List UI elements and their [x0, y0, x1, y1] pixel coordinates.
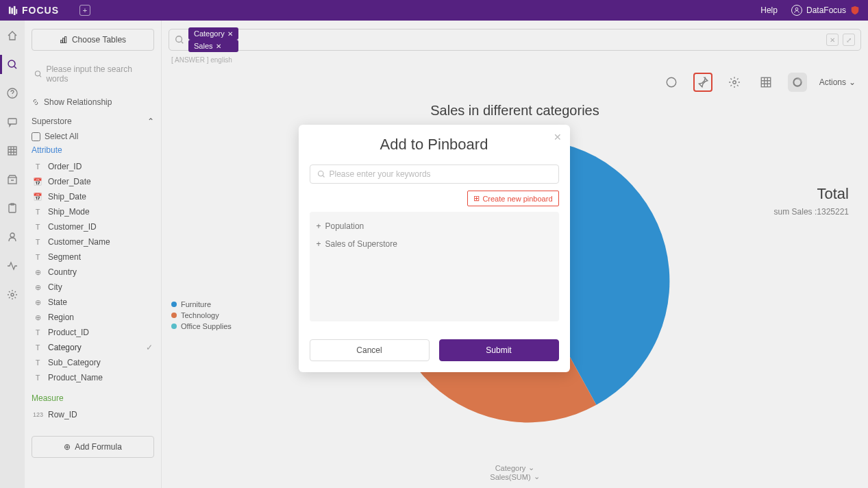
search-icon [175, 35, 184, 45]
show-relationship-link[interactable]: Show Relationship [32, 97, 154, 107]
chart-title: Sales in different categories [162, 103, 868, 119]
type-icon: 📅 [33, 193, 42, 202]
svg-rect-21 [761, 77, 771, 87]
choose-tables-button[interactable]: Choose Tables [32, 29, 154, 51]
modal-search[interactable]: Please enter your keywords [310, 164, 559, 184]
plus-icon: + [317, 221, 321, 231]
expand-query-button[interactable]: ⤢ [843, 34, 855, 46]
comment-icon[interactable] [662, 73, 681, 92]
pin-icon[interactable] [693, 73, 712, 92]
type-icon: T [33, 162, 42, 171]
choose-tables-label: Choose Tables [72, 35, 126, 45]
field-customer_id[interactable]: TCustomer_ID [32, 219, 154, 234]
field-order_id[interactable]: TOrder_ID [32, 159, 154, 174]
help-link[interactable]: Help [760, 5, 778, 15]
pinboard-list: +Population+Sales of Superstore [310, 212, 559, 321]
actions-dropdown[interactable]: Actions ⌄ [819, 77, 856, 87]
submit-button[interactable]: Submit [439, 339, 559, 361]
pinboard-item[interactable]: +Population [317, 217, 552, 235]
query-chip-category[interactable]: Category✕ [188, 27, 238, 40]
logo-icon [8, 5, 18, 15]
home-icon[interactable] [5, 29, 19, 42]
gear-icon[interactable] [725, 73, 744, 92]
svg-rect-15 [62, 38, 64, 43]
add-formula-button[interactable]: ⊕ Add Formula [32, 436, 154, 458]
field-country[interactable]: ⊕Country [32, 265, 154, 280]
axis-labels: Category ⌄ Sales(SUM) ⌄ [162, 463, 868, 481]
select-all-input[interactable] [32, 132, 40, 141]
type-icon: T [33, 358, 42, 367]
legend-item[interactable]: Furniture [171, 300, 232, 308]
query-chip-sales[interactable]: Sales✕ [188, 40, 238, 52]
svg-point-20 [732, 81, 736, 84]
field-product_id[interactable]: TProduct_ID [32, 325, 154, 340]
field-category[interactable]: TCategory✓ [32, 340, 154, 355]
search-icon [34, 70, 42, 78]
type-icon: ⊕ [33, 313, 42, 322]
remove-chip-icon[interactable]: ✕ [216, 42, 221, 50]
settings-icon[interactable] [5, 288, 19, 302]
chart-totals: Total sum Sales :1325221 [774, 185, 849, 217]
breadcrumb: [ ANSWER ] english [171, 56, 232, 64]
chevron-down-icon[interactable]: ⌄ [528, 463, 534, 472]
close-icon[interactable]: ✕ [554, 132, 562, 143]
field-ship_mode[interactable]: TShip_Mode [32, 204, 154, 219]
clipboard-icon[interactable] [5, 202, 19, 215]
svg-rect-0 [9, 7, 11, 14]
field-customer_name[interactable]: TCustomer_Name [32, 234, 154, 249]
link-icon [32, 98, 40, 106]
type-icon: ⊕ [33, 298, 42, 307]
legend-dot [171, 302, 177, 307]
create-new-pinboard-link[interactable]: ⊞ Create new pinboard [467, 191, 558, 206]
app-header: FOCUS + Help DataFocus [0, 0, 868, 21]
field-segment[interactable]: TSegment [32, 249, 154, 265]
type-icon: ⊕ [33, 268, 42, 277]
chevron-down-icon[interactable]: ⌄ [534, 472, 540, 481]
svg-point-17 [35, 71, 40, 76]
cancel-button[interactable]: Cancel [310, 339, 430, 361]
grid-icon[interactable] [5, 144, 19, 158]
type-icon: T [33, 238, 42, 246]
field-product_name[interactable]: TProduct_Name [32, 370, 154, 385]
legend-dot [171, 313, 177, 318]
remove-chip-icon[interactable]: ✕ [227, 30, 233, 38]
new-tab-button[interactable]: + [79, 5, 90, 16]
clear-query-button[interactable]: ✕ [826, 34, 839, 46]
activity-icon[interactable] [5, 259, 19, 273]
field-region[interactable]: ⊕Region [32, 310, 154, 325]
table-icon[interactable] [756, 73, 776, 92]
legend-item[interactable]: Technology [171, 311, 232, 319]
field-order_date[interactable]: 📅Order_Date [32, 174, 154, 189]
svg-rect-2 [14, 6, 16, 15]
search-icon[interactable] [5, 58, 19, 71]
field-row_id[interactable]: 123Row_ID [32, 407, 154, 422]
field-ship_date[interactable]: 📅Ship_Date [32, 189, 154, 204]
users-icon[interactable] [5, 230, 19, 244]
select-all-checkbox[interactable]: Select All [32, 132, 154, 141]
query-bar[interactable]: Category✕Sales✕ ✕ ⤢ [169, 29, 861, 51]
type-icon: T [33, 223, 42, 231]
chart-legend: FurnitureTechnologyOffice Supplies [171, 300, 232, 333]
svg-rect-8 [8, 147, 16, 155]
sidebar-search[interactable]: Please input the search words [32, 60, 154, 88]
left-rail [0, 21, 25, 488]
svg-rect-14 [60, 40, 62, 43]
sidebar-search-placeholder: Please input the search words [46, 64, 151, 84]
type-icon: 123 [33, 411, 42, 418]
legend-item[interactable]: Office Supplies [171, 322, 232, 330]
add-to-pinboard-modal: ✕ Add to Pinboard Please enter your keyw… [299, 125, 570, 372]
help-icon[interactable] [5, 86, 19, 100]
chat-icon[interactable] [5, 115, 19, 129]
archive-icon[interactable] [5, 173, 19, 186]
user-menu[interactable]: DataFocus [791, 5, 860, 16]
field-state[interactable]: ⊕State [32, 295, 154, 310]
field-sub_category[interactable]: TSub_Category [32, 355, 154, 370]
field-city[interactable]: ⊕City [32, 280, 154, 295]
svg-point-4 [795, 8, 798, 10]
app-logo[interactable]: FOCUS [8, 5, 59, 16]
type-icon: T [33, 253, 42, 261]
table-header[interactable]: Superstore ⌃ [32, 117, 154, 126]
donut-chart-icon[interactable] [788, 73, 807, 92]
plus-box-icon: ⊞ [473, 194, 480, 203]
pinboard-item[interactable]: +Sales of Superstore [317, 235, 552, 253]
